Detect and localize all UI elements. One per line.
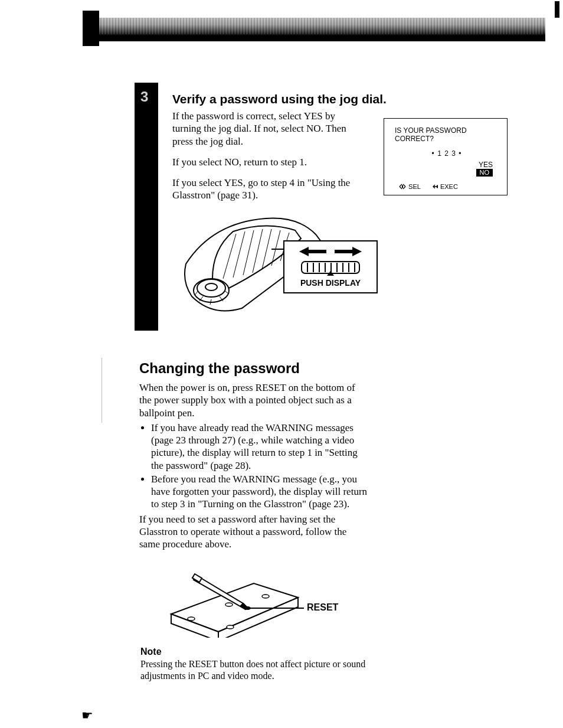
- scan-noise-bar: [83, 18, 545, 41]
- jog-rotate-arrows-icon: [298, 245, 363, 258]
- jog-dial-callout: PUSH DISPLAY: [283, 240, 378, 293]
- osd-legend-exec-text: EXEC: [440, 183, 458, 190]
- jog-turn-icon: [398, 184, 407, 190]
- step-paragraph-1: If the password is correct, select YES b…: [172, 110, 361, 148]
- note-heading: Note: [140, 647, 379, 657]
- step-number: 3: [135, 83, 158, 105]
- osd-legend-sel: SEL: [398, 183, 421, 190]
- osd-no-selected: NO: [476, 169, 493, 177]
- section-bullets: If you have already read the WARNING mes…: [139, 422, 369, 511]
- jog-dial-strip-icon: [298, 260, 363, 276]
- osd-question-line2: CORRECT?: [395, 135, 434, 143]
- osd-password-value: • 1 2 3 •: [395, 149, 499, 158]
- svg-marker-19: [335, 247, 362, 256]
- jog-callout-label: PUSH DISPLAY: [289, 278, 372, 288]
- svg-rect-1: [437, 185, 438, 188]
- section-intro: When the power is on, press RESET on the…: [139, 381, 369, 419]
- section-outro: If you need to set a password after havi…: [139, 513, 369, 551]
- changing-password-section: Changing the password When the power is …: [139, 360, 369, 553]
- reset-label: RESET: [307, 602, 338, 613]
- scan-edge-mark: [555, 1, 559, 18]
- svg-point-32: [225, 603, 233, 606]
- step-title: Verify a password using the jog dial.: [172, 92, 387, 106]
- osd-legend-sel-text: SEL: [408, 183, 421, 190]
- section-bullet-1: If you have already read the WARNING mes…: [151, 422, 369, 472]
- step-number-vertical-bar: 3: [135, 83, 158, 331]
- reset-illustration: RESET: [159, 573, 354, 638]
- step-paragraph-3: If you select YES, go to step 4 in "Usin…: [172, 177, 361, 202]
- note-block: Note Pressing the RESET button does not …: [140, 647, 379, 682]
- svg-point-33: [262, 595, 269, 598]
- osd-question: IS YOUR PASSWORD CORRECT?: [395, 127, 499, 143]
- device-jog-illustration: PUSH DISPLAY: [177, 208, 378, 326]
- section-bullet-2: Before you read the WARNING message (e.g…: [151, 473, 369, 511]
- osd-yes: YES: [479, 161, 493, 169]
- page-corner-mark: ☛: [81, 708, 93, 723]
- jog-push-icon: [431, 184, 438, 190]
- section-heading: Changing the password: [139, 360, 369, 377]
- svg-marker-18: [299, 247, 326, 256]
- osd-screen: IS YOUR PASSWORD CORRECT? • 1 2 3 • YES …: [384, 118, 508, 195]
- step-body: If the password is correct, select YES b…: [172, 110, 361, 210]
- svg-point-11: [205, 283, 217, 290]
- osd-yes-no: YES NO: [395, 161, 499, 178]
- svg-rect-36: [192, 574, 202, 582]
- scan-corner-nub: [83, 11, 99, 46]
- note-body: Pressing the RESET button does not affec…: [140, 658, 379, 682]
- svg-rect-0: [402, 185, 403, 188]
- osd-legend-exec: EXEC: [431, 183, 458, 190]
- osd-question-line1: IS YOUR PASSWORD: [395, 126, 467, 135]
- osd-legend: SEL EXEC: [395, 183, 499, 190]
- svg-point-34: [227, 625, 234, 629]
- manual-page: 3 Verify a password using the jog dial. …: [0, 0, 563, 728]
- scan-thin-line: [102, 358, 102, 423]
- step-paragraph-2: If you select NO, return to step 1.: [172, 156, 361, 168]
- svg-point-31: [188, 617, 195, 621]
